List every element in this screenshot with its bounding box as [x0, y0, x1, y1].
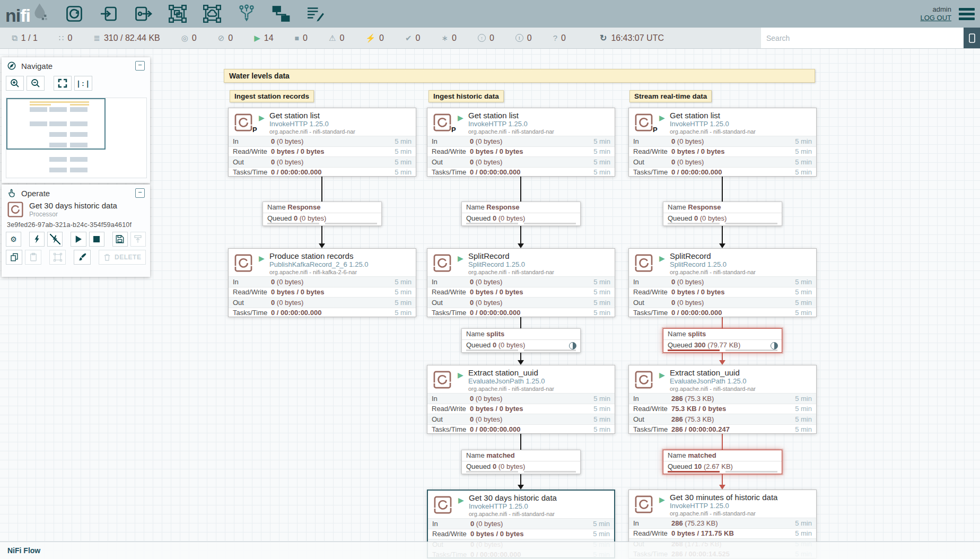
processor-stamp-icon: [634, 494, 654, 514]
queue-size-bar: [725, 471, 777, 473]
create-template-button[interactable]: [112, 232, 128, 247]
stat-label: Out: [633, 415, 671, 423]
delete-button[interactable]: DELETE: [99, 250, 146, 265]
zoom-in-button[interactable]: [6, 76, 24, 91]
zoom-fit-button[interactable]: [54, 76, 72, 91]
stop-button[interactable]: [89, 232, 104, 247]
column-label-ingest-historic[interactable]: Ingest historic data: [428, 90, 504, 102]
stat-value: 286 (75.3 KB): [671, 415, 795, 423]
collapse-navigate-button[interactable]: −: [135, 61, 145, 71]
label-icon[interactable]: [305, 3, 326, 24]
logo-text-fi: fi: [20, 5, 30, 26]
zoom-out-button[interactable]: [27, 76, 45, 91]
processor-component[interactable]: P ▶ Get station list InvokeHTTP 1.25.0 o…: [228, 108, 416, 177]
logout-link[interactable]: LOG OUT: [920, 14, 951, 22]
processor-type: EvaluateJsonPath 1.25.0: [670, 377, 813, 385]
stat-window: 5 min: [395, 299, 412, 307]
collapse-operate-button[interactable]: −: [135, 188, 145, 198]
stat-value: 0 bytes / 0 bytes: [470, 147, 593, 155]
enable-button[interactable]: [29, 232, 45, 247]
group-label[interactable]: Water levels data: [224, 69, 815, 83]
connection-line-alert[interactable]: [722, 352, 723, 360]
stat-label: Tasks/Time: [233, 309, 271, 317]
stat-value: 75.3 KB / 0 bytes: [671, 405, 795, 413]
connection-label[interactable]: Name splits Queued 300 (79.77 KB): [663, 328, 782, 353]
copy-button[interactable]: [6, 250, 22, 265]
birdseye-minimap[interactable]: [6, 98, 147, 178]
breadcrumb-root[interactable]: NiFi Flow: [7, 546, 40, 555]
search-input[interactable]: [761, 28, 964, 48]
paste-button[interactable]: [25, 250, 41, 265]
connection-line[interactable]: [520, 177, 521, 202]
connection-line[interactable]: [520, 474, 521, 485]
processor-component[interactable]: ▶ Extract station_uuid EvaluateJsonPath …: [628, 365, 817, 434]
connection-line[interactable]: [722, 177, 723, 202]
processor-component[interactable]: ▶ Extract station_uuid EvaluateJsonPath …: [427, 365, 615, 434]
connection-line[interactable]: [321, 225, 322, 243]
column-label-ingest-station[interactable]: Ingest station records: [230, 90, 314, 102]
global-menu-icon[interactable]: [959, 8, 975, 20]
processor-component[interactable]: P ▶ Get station list InvokeHTTP 1.25.0 o…: [628, 108, 817, 177]
group-button[interactable]: [49, 250, 66, 265]
connection-line[interactable]: [520, 352, 521, 360]
input-port-icon[interactable]: [99, 3, 119, 24]
minimap-viewport[interactable]: [6, 98, 106, 150]
status-invalid: ⚠0: [329, 33, 344, 43]
queue-count-bar: [668, 471, 720, 473]
last-refresh[interactable]: ↻ 16:43:07 UTC: [600, 33, 664, 43]
connection-label[interactable]: Name matched Queued 0 (0 bytes): [461, 450, 581, 474]
stat-window: 5 min: [795, 288, 812, 296]
stat-label: In: [233, 137, 271, 145]
stat-label: Tasks/Time: [633, 168, 671, 176]
status-count: 0: [452, 33, 457, 43]
stat-row: Out0 (0 bytes)5 min: [229, 297, 416, 308]
connection-line-alert[interactable]: [722, 317, 723, 328]
remote-process-group-icon[interactable]: [202, 3, 222, 24]
connection-line[interactable]: [321, 177, 322, 202]
change-color-button[interactable]: [74, 250, 90, 265]
processor-icon[interactable]: [64, 3, 84, 24]
stat-row: In0 (0 bytes)5 min: [629, 276, 816, 287]
status-count: 0: [416, 33, 421, 43]
stat-value: 0 / 00:00:00.000: [271, 309, 395, 317]
connection-label[interactable]: Name Response Queued 0 (0 bytes): [262, 202, 382, 226]
disable-button[interactable]: [47, 232, 63, 247]
stat-value: 0 (0 bytes): [470, 395, 593, 403]
stat-value: 0 bytes / 0 bytes: [671, 147, 795, 155]
app-header: nifi: [0, 0, 980, 28]
connection-line[interactable]: [520, 225, 521, 243]
connection-label[interactable]: Name Response Queued 0 (0 bytes): [663, 202, 782, 226]
connection-line[interactable]: [722, 225, 723, 243]
connection-label[interactable]: Name Response Queued 0 (0 bytes): [461, 202, 581, 226]
queue-count-bar: [466, 471, 518, 473]
processor-component[interactable]: ▶ SplitRecord SplitRecord 1.25.0 org.apa…: [427, 248, 615, 317]
processor-component[interactable]: ▶ SplitRecord SplitRecord 1.25.0 org.apa…: [628, 248, 817, 317]
start-button[interactable]: [71, 232, 86, 247]
queue-count-bar: [668, 350, 720, 351]
connection-line[interactable]: [520, 434, 521, 450]
upload-template-button[interactable]: [130, 232, 146, 247]
processor-component[interactable]: P ▶ Get station list InvokeHTTP 1.25.0 o…: [427, 108, 615, 177]
process-group-icon[interactable]: [168, 3, 188, 24]
connection-label[interactable]: Name matched Queued 10 (2.67 KB): [663, 450, 782, 474]
processor-component[interactable]: ▶ Produce station records PublishKafkaRe…: [228, 248, 416, 317]
connection-line-alert[interactable]: [722, 474, 723, 485]
queued-size: (0 bytes): [698, 214, 727, 222]
output-port-icon[interactable]: [133, 3, 153, 24]
column-label-stream-realtime[interactable]: Stream real-time data: [629, 90, 712, 102]
refresh-icon[interactable]: ↻: [600, 33, 607, 43]
stat-label: Out: [432, 158, 470, 166]
stat-value: 0 (0 bytes): [470, 299, 593, 307]
zoom-actual-size-button[interactable]: ❘:❘: [74, 76, 92, 91]
stat-label: In: [233, 278, 271, 286]
connection-label[interactable]: Name splits Queued 0 (0 bytes): [461, 328, 581, 353]
configure-button[interactable]: ⚙: [6, 232, 21, 247]
connection-line[interactable]: [520, 317, 521, 328]
status-locally-modified: ∗0: [441, 33, 456, 43]
stat-row: Read/Write0 bytes / 0 bytes5 min: [229, 287, 416, 298]
template-icon[interactable]: [271, 3, 291, 24]
funnel-icon[interactable]: [237, 3, 257, 24]
search-settings-button[interactable]: [964, 28, 980, 48]
connection-line-alert[interactable]: [722, 434, 723, 450]
queued-label: Queued: [668, 462, 692, 470]
